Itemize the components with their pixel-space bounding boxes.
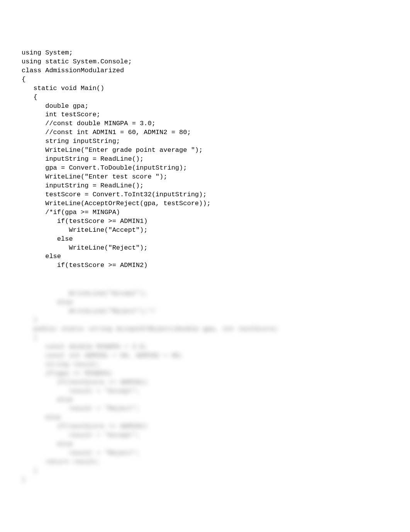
code.lines-line: else — [22, 235, 395, 244]
code.lines-line: WriteLine("Enter grade point average "); — [22, 146, 395, 155]
code.lines-line: //const double MINGPA = 3.0; — [22, 119, 395, 128]
code.lines-line: WriteLine(AcceptOrReject(gpa, testScore)… — [22, 199, 395, 208]
code-page: using System;using static System.Console… — [0, 0, 410, 509]
code.blurred-line: else — [22, 440, 395, 449]
code.blurred-line: } — [22, 467, 395, 476]
code.lines-line: if(testScore >= ADMIN1) — [22, 217, 395, 226]
code.lines-line: WriteLine("Accept"); — [22, 226, 395, 235]
code.blurred-line: const int ADMIN1 = 60, ADMIN2 = 80; — [22, 352, 395, 360]
code.lines-line: string inputString; — [22, 137, 395, 146]
code.blurred-line: result = "Accept"; — [22, 431, 395, 440]
code.blurred-line: result = "Reject"; — [22, 449, 395, 458]
code.lines-line: double gpa; — [22, 102, 395, 111]
code.blurred-line: return result; — [22, 458, 395, 467]
code.blurred-line: } — [22, 316, 395, 325]
code.blurred-line: WriteLine("Reject");*/ — [22, 307, 395, 316]
code.blurred-line: } — [22, 476, 395, 484]
code.lines-line: using static System.Console; — [22, 58, 395, 66]
code.lines-line: WriteLine("Reject"); — [22, 244, 395, 253]
code.lines-line: else — [22, 252, 395, 261]
code.lines-line: static void Main() — [22, 84, 395, 93]
code.blurred-line: if(testScore >= ADMIN2) — [22, 422, 395, 431]
code.lines-line: inputString = ReadLine(); — [22, 155, 395, 164]
code.blurred-line: result = "Reject"; — [22, 405, 395, 413]
code.lines-line: class AdmissionModularized — [22, 66, 395, 75]
code.lines-line: gpa = Convert.ToDouble(inputString); — [22, 164, 395, 173]
code.blurred-line: { — [22, 334, 395, 343]
code.blurred-line: const double MINGPA = 3.0; — [22, 343, 395, 352]
code-visible-block: using System;using static System.Console… — [22, 49, 395, 270]
code.blurred-line: else — [22, 298, 395, 307]
code.blurred-line: else — [22, 413, 395, 422]
code.lines-line: using System; — [22, 49, 395, 58]
code.lines-line: testScore = Convert.ToInt32(inputString)… — [22, 190, 395, 199]
code.lines-line: if(testScore >= ADMIN2) — [22, 261, 395, 270]
code.blurred-line: public static string AcceptOrReject(doub… — [22, 325, 395, 334]
code.lines-line: { — [22, 93, 395, 102]
code.lines-line: int testScore; — [22, 110, 395, 119]
code.blurred-line: if(testScore >= ADMIN1) — [22, 378, 395, 387]
code.lines-line: { — [22, 75, 395, 84]
code.blurred-line: if(gpa >= MINGPA) — [22, 369, 395, 378]
code.blurred-line: string result; — [22, 360, 395, 369]
code-blurred-block: WriteLine("Accept"); else WriteLine("Rej… — [22, 289, 395, 484]
code.lines-line: WriteLine("Enter test score "); — [22, 173, 395, 182]
code.blurred-line: else — [22, 396, 395, 405]
code.blurred-line: result = "Accept"; — [22, 387, 395, 396]
code.lines-line: //const int ADMIN1 = 60, ADMIN2 = 80; — [22, 128, 395, 137]
code.lines-line: /*if(gpa >= MINGPA) — [22, 208, 395, 217]
code.blurred-line: WriteLine("Accept"); — [22, 289, 395, 298]
code.lines-line: inputString = ReadLine(); — [22, 182, 395, 190]
